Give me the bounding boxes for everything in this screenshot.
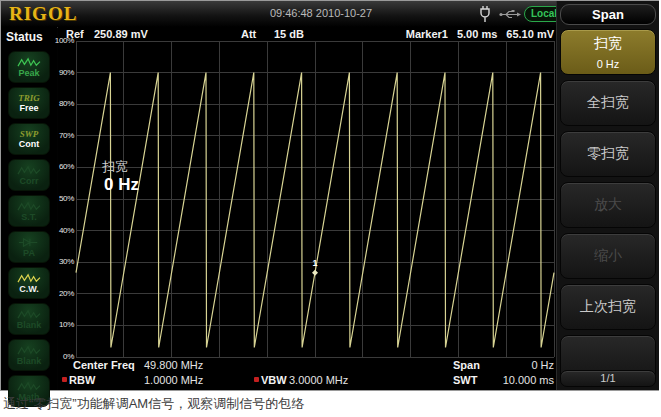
rbw-label: RBW bbox=[69, 374, 95, 386]
menu-buttons: 扫宽0 Hz全扫宽零扫宽放大缩小上次扫宽 bbox=[560, 29, 656, 386]
status-item-label: Blank bbox=[17, 356, 42, 366]
y-tick-label: 0% bbox=[54, 352, 74, 361]
att-label: Att bbox=[241, 28, 256, 40]
waveform-icon bbox=[16, 165, 42, 176]
waveform-icon bbox=[16, 273, 42, 284]
waveform-icon bbox=[16, 201, 42, 212]
status-item-top-label: SWP bbox=[20, 130, 39, 139]
status-item-pa: PA bbox=[8, 231, 50, 263]
status-item-top-label: TRIG bbox=[18, 94, 40, 103]
trace-display: Ref 250.89 mV Att 15 dB Marker1 5.00 ms … bbox=[58, 27, 556, 390]
waveform-icon bbox=[16, 309, 42, 320]
swt-label: SWT bbox=[453, 374, 477, 386]
y-tick-label: 60% bbox=[54, 162, 74, 171]
figure-caption: 通过“零扫宽”功能解调AM信号，观察调制信号的包络 bbox=[3, 395, 304, 413]
marker-flag: 1 bbox=[312, 258, 317, 268]
rbw-value: 1.0000 MHz bbox=[144, 374, 203, 386]
marker-value: 65.10 mV bbox=[506, 28, 554, 40]
diode-icon bbox=[16, 237, 42, 248]
ref-value: 250.89 mV bbox=[94, 28, 148, 40]
waveform-icon bbox=[16, 57, 42, 68]
y-tick-label: 80% bbox=[54, 99, 74, 108]
rigol-screenshot-page: RIGOL 09:46:48 2010-10-27 Local Status P… bbox=[0, 0, 661, 417]
status-panel-title: Status bbox=[1, 27, 57, 44]
swt-value: 10.000 ms bbox=[478, 374, 554, 386]
rigol-logo: RIGOL bbox=[9, 3, 77, 25]
softkey-label: 全扫宽 bbox=[587, 94, 629, 112]
y-tick-label: 50% bbox=[54, 194, 74, 203]
vbw-value: 3.0000 MHz bbox=[289, 374, 348, 386]
span-label: Span bbox=[453, 359, 480, 371]
span-value: 0 Hz bbox=[488, 359, 554, 371]
softkey-menu: Span 扫宽0 Hz全扫宽零扫宽放大缩小上次扫宽 1/1 bbox=[556, 1, 659, 390]
datetime-display: 09:46:48 2010-10-27 bbox=[201, 7, 441, 19]
y-tick-label: 20% bbox=[54, 289, 74, 298]
status-item-free: TRIGFree bbox=[8, 87, 50, 119]
softkey-扫宽[interactable]: 扫宽0 Hz bbox=[560, 29, 656, 75]
softkey-全扫宽[interactable]: 全扫宽 bbox=[560, 80, 656, 126]
waveform-icon bbox=[16, 345, 42, 356]
status-item-label: Free bbox=[19, 103, 38, 113]
span-overlay-value: 0 Hz bbox=[104, 175, 139, 195]
y-tick-label: 70% bbox=[54, 131, 74, 140]
instrument-screen: RIGOL 09:46:48 2010-10-27 Local Status P… bbox=[0, 0, 659, 391]
status-item-cont: SWPCont bbox=[8, 123, 50, 155]
status-item-blank: Blank bbox=[8, 339, 50, 371]
plot-svg: 1 bbox=[76, 41, 554, 357]
softkey-放大[interactable]: 放大 bbox=[560, 182, 656, 228]
softkey-label: 上次扫宽 bbox=[580, 298, 636, 316]
y-tick-label: 10% bbox=[54, 320, 74, 329]
status-item-label: Peak bbox=[18, 68, 39, 78]
status-item-cw: C.W. bbox=[8, 267, 50, 299]
softkey-上次扫宽[interactable]: 上次扫宽 bbox=[560, 284, 656, 330]
power-plug-icon bbox=[478, 5, 492, 23]
span-overlay-label: 扫宽 bbox=[102, 158, 128, 176]
status-item-label: S.T. bbox=[21, 212, 37, 222]
status-item-blank: Blank bbox=[8, 303, 50, 335]
marker-diamond-icon bbox=[312, 270, 318, 276]
y-tick-label: 40% bbox=[54, 226, 74, 235]
waveform-icon bbox=[16, 381, 42, 392]
status-item-corr: Corr bbox=[8, 159, 50, 191]
center-freq-label: Center Freq bbox=[73, 359, 135, 371]
softkey-label: 放大 bbox=[594, 196, 622, 214]
y-tick-label: 30% bbox=[54, 257, 74, 266]
vbw-label: VBW bbox=[261, 374, 287, 386]
status-item-st: S.T. bbox=[8, 195, 50, 227]
softkey-零扫宽[interactable]: 零扫宽 bbox=[560, 131, 656, 177]
status-panel: Status PeakTRIGFreeSWPContCorrS.T.PAC.W.… bbox=[1, 27, 57, 390]
top-bar: RIGOL 09:46:48 2010-10-27 Local bbox=[1, 1, 556, 28]
center-freq-value: 49.800 MHz bbox=[144, 359, 203, 371]
status-item-label: C.W. bbox=[19, 284, 39, 294]
softkey-label: 零扫宽 bbox=[587, 145, 629, 163]
marker-name: Marker1 bbox=[406, 28, 448, 40]
softkey-缩小[interactable]: 缩小 bbox=[560, 233, 656, 279]
softkey-label: 缩小 bbox=[594, 247, 622, 265]
usb-icon bbox=[499, 9, 521, 20]
y-tick-label: 100% bbox=[54, 36, 74, 45]
status-item-label: Cont bbox=[19, 139, 40, 149]
status-items: PeakTRIGFreeSWPContCorrS.T.PAC.W.BlankBl… bbox=[8, 51, 50, 407]
marker-time: 5.00 ms bbox=[457, 28, 497, 40]
menu-page-indicator[interactable]: 1/1 bbox=[560, 370, 656, 387]
menu-title: Span bbox=[560, 4, 656, 25]
rbw-coupled-indicator bbox=[62, 377, 67, 382]
marker-readout: Marker1 5.00 ms 65.10 mV bbox=[406, 28, 554, 40]
softkey-sub-value: 0 Hz bbox=[597, 58, 620, 70]
status-item-peak: Peak bbox=[8, 51, 50, 83]
softkey-label: 扫宽 bbox=[594, 35, 622, 53]
status-item-label: PA bbox=[23, 248, 35, 258]
y-tick-label: 90% bbox=[54, 68, 74, 77]
status-item-label: Blank bbox=[17, 320, 42, 330]
vbw-coupled-indicator bbox=[254, 377, 259, 382]
status-item-label: Corr bbox=[19, 176, 38, 186]
att-value: 15 dB bbox=[274, 28, 304, 40]
